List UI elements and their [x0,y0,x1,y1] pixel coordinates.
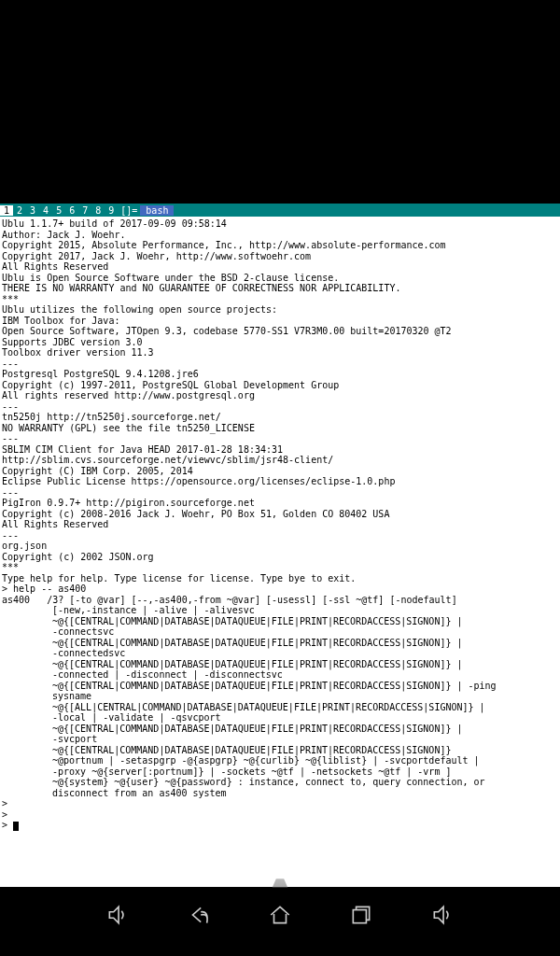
help-line: disconnect from an as400 system [2,788,558,799]
term-line: PigIron 0.9.7+ http://pigiron.sourceforg… [2,498,255,508]
term-line: Ublu is Open Source Software under the B… [2,273,339,283]
help-line: sysname [2,691,558,702]
help-line: ~@{[CENTRAL|COMMAND|DATABASE|DATAQUEUE|F… [2,616,558,627]
term-line: tn5250j http://tn5250j.sourceforge.net/ [2,412,221,422]
tab-6[interactable]: 6 [65,205,78,216]
help-line: ~@portnum | -setaspgrp -@{aspgrp} ~@{cur… [2,755,558,766]
term-line: Postgresql PostgreSQL 9.4.1208.jre6 [2,369,199,379]
bottom-black-bar [0,942,560,956]
term-line: Copyright 2017, Jack J. Woehr, http://ww… [2,251,311,261]
term-line: Copyright (c) 1997-2011, PostgreSQL Glob… [2,380,339,390]
prompt-line: > [2,798,7,808]
back-button[interactable] [184,900,214,930]
prompt-line: > help -- as400 [2,583,86,594]
tab-8[interactable]: 8 [91,205,105,216]
help-line: ~@{[CENTRAL|COMMAND|DATABASE|DATAQUEUE|F… [2,724,558,735]
help-line: -connectedsvc [2,648,558,659]
term-line: All rights reserved http://www.postgresq… [2,390,255,401]
tab-3[interactable]: 3 [26,205,39,216]
cursor [13,822,19,831]
term-separator: --- [2,433,19,443]
tab-bar: 1 2 3 4 5 6 7 8 9 []= bash [0,204,560,217]
term-line: Open Source Software, JTOpen 9.3, codeba… [2,326,452,336]
tab-5[interactable]: 5 [52,205,65,216]
term-line: All Rights Reserved [2,519,108,529]
help-line: ~@{system} ~@{user} ~@{password} : insta… [2,777,558,788]
tab-1[interactable]: 1 [0,205,13,216]
help-line: ~@{[ALL|CENTRAL|COMMAND|DATABASE|DATAQUE… [2,702,558,713]
term-separator: *** [2,562,19,572]
term-line: Ublu 1.1.7+ build of 2017-09-09 09:58:14 [2,218,227,229]
volume-icon-left[interactable] [103,900,133,930]
help-line: ~@{[CENTRAL|COMMAND|DATABASE|DATAQUEUE|F… [2,659,558,670]
help-line: ~@{[CENTRAL|COMMAND|DATABASE|DATAQUEUE|F… [2,745,558,756]
help-line: -proxy ~@{server[:portnum]} | -sockets ~… [2,766,558,778]
volume-icon-right[interactable] [427,900,457,930]
term-line: Ublu utilizes the following open source … [2,304,277,315]
svg-rect-0 [353,910,366,923]
tab-2[interactable]: 2 [13,205,26,216]
help-line: as400 /3? [-to @var] [--,-as400,-from ~@… [2,595,457,605]
navigation-bar [0,888,560,942]
term-separator: *** [2,294,19,304]
prompt-line: > [2,809,7,820]
help-line: -svcport [2,734,558,745]
top-black-area [0,0,560,204]
term-line: Copyright 2015, Absolute Performance, In… [2,240,446,250]
term-line: IBM Toolbox for Java: [2,316,119,326]
tab-9[interactable]: 9 [105,205,118,216]
term-line: Eclipse Public License https://opensourc… [2,476,395,486]
term-line: http://sblim.cvs.sourceforge.net/viewvc/… [2,455,333,465]
tab-7[interactable]: 7 [78,205,91,216]
help-line: -connectsvc [2,626,558,638]
prompt-line: > [2,820,13,830]
dock-handle[interactable] [257,869,303,888]
term-line: org.json [2,541,47,551]
term-line: Copyright (c) 2008-2016 Jack J. Woehr, P… [2,509,389,519]
tab-4[interactable]: 4 [39,205,52,216]
term-separator: --- [2,358,19,369]
term-separator: --- [2,530,19,541]
term-line: SBLIM CIM Client for Java HEAD 2017-01-2… [2,444,283,455]
help-line: -connected | -disconnect | -disconnectsv… [2,669,558,681]
term-line: THERE IS NO WARRANTY and NO GUARANTEE OF… [2,283,400,293]
term-line: Type help for help. Type license for lic… [2,573,356,583]
term-separator: --- [2,401,19,412]
term-line: All Rights Reserved [2,261,108,272]
tab-brackets: []= [118,205,140,216]
help-line: ~@{[CENTRAL|COMMAND|DATABASE|DATAQUEUE|F… [2,638,558,649]
term-line: Toolbox driver version 11.3 [2,347,154,358]
home-button[interactable] [265,900,295,930]
term-line: Supports JDBC version 3.0 [2,337,143,347]
help-line: -local | -validate | -qsvcport [2,712,558,724]
term-separator: --- [2,487,19,498]
term-line: Author: Jack J. Woehr. [2,230,125,240]
recent-apps-button[interactable] [346,900,376,930]
term-line: Copyright (c) 2002 JSON.org [2,552,154,562]
term-line: NO WARRANTY (GPL) see the file tn5250_LI… [2,423,255,433]
help-line: ~@{[CENTRAL|COMMAND|DATABASE|DATAQUEUE|F… [2,681,558,692]
term-line: Copyright (C) IBM Corp. 2005, 2014 [2,466,193,476]
terminal-output[interactable]: Ublu 1.1.7+ build of 2017-09-09 09:58:14… [0,217,560,887]
help-line: [-new,-instance | -alive | -alivesvc [2,605,558,616]
tab-label-bash: bash [140,205,174,216]
